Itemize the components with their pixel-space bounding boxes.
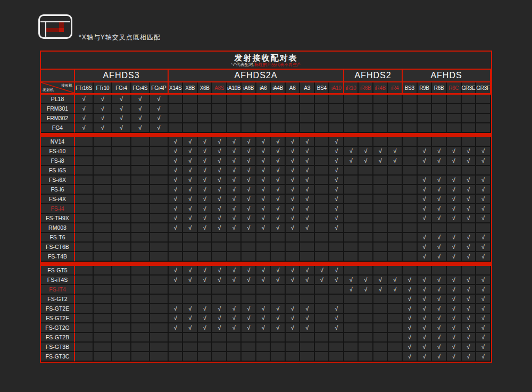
- empty-cell: [271, 333, 286, 343]
- check-cell: √: [212, 214, 227, 223]
- check-cell: √: [359, 285, 373, 295]
- check-cell: √: [198, 304, 213, 314]
- empty-cell: [112, 166, 131, 176]
- check-cell: √: [432, 285, 447, 295]
- check-cell: √: [198, 323, 213, 333]
- empty-cell: [359, 137, 373, 147]
- check-cell: √: [462, 276, 477, 285]
- empty-cell: [403, 123, 418, 133]
- check-cell: √: [150, 123, 169, 133]
- empty-cell: [373, 343, 388, 352]
- check-cell: √: [271, 195, 286, 204]
- empty-cell: [373, 223, 388, 233]
- check-cell: √: [242, 195, 256, 204]
- empty-cell: [256, 352, 271, 362]
- empty-cell: [75, 204, 94, 214]
- empty-cell: [94, 176, 112, 185]
- empty-cell: [242, 295, 256, 304]
- empty-cell: [75, 295, 94, 304]
- empty-cell: [315, 195, 330, 204]
- check-cell: √: [403, 304, 418, 314]
- empty-cell: [112, 195, 131, 204]
- check-cell: √: [256, 214, 271, 223]
- table-row: FS-i6X√√√√√√√√√√√√√√√√: [41, 176, 491, 185]
- empty-cell: [315, 95, 330, 104]
- empty-cell: [447, 95, 462, 104]
- empty-cell: [198, 104, 213, 114]
- check-cell: √: [242, 156, 256, 166]
- table-row: FS-GT2G√√√√√√√√√√√√√√√√√: [41, 323, 491, 333]
- empty-cell: [169, 114, 184, 123]
- check-cell: √: [198, 276, 213, 285]
- empty-cell: [388, 204, 403, 214]
- empty-cell: [112, 295, 131, 304]
- check-cell: √: [418, 176, 433, 185]
- check-cell: √: [476, 147, 491, 156]
- empty-cell: [227, 243, 242, 252]
- table-row: FS-TH9X√√√√√√√√√√√√√√√√: [41, 214, 491, 223]
- empty-cell: [131, 204, 150, 214]
- empty-cell: [131, 343, 150, 352]
- empty-cell: [94, 147, 112, 156]
- empty-cell: [112, 204, 131, 214]
- empty-cell: [286, 252, 301, 262]
- empty-cell: [373, 104, 388, 114]
- empty-cell: [227, 95, 242, 104]
- check-cell: √: [403, 295, 418, 304]
- check-cell: √: [447, 343, 462, 352]
- empty-cell: [94, 343, 112, 352]
- check-cell: √: [169, 147, 184, 156]
- table-row: FS-i6√√√√√√√√√√√√√√√√: [41, 185, 491, 195]
- empty-cell: [131, 195, 150, 204]
- empty-cell: [271, 95, 286, 104]
- empty-cell: [94, 156, 112, 166]
- empty-cell: [315, 233, 330, 243]
- check-cell: √: [198, 166, 213, 176]
- empty-cell: [476, 95, 491, 104]
- empty-cell: [462, 95, 477, 104]
- check-cell: √: [242, 276, 256, 285]
- corner-blank-cell: [41, 70, 75, 82]
- check-cell: √: [432, 333, 447, 343]
- check-cell: √: [476, 333, 491, 343]
- check-cell: √: [131, 104, 150, 114]
- empty-cell: [418, 114, 433, 123]
- group-header-row: AFHDS3AFHDS2AAFHDS2AFHDS: [41, 70, 491, 82]
- check-cell: √: [476, 285, 491, 295]
- check-cell: √: [329, 147, 344, 156]
- empty-cell: [388, 243, 403, 252]
- empty-cell: [212, 352, 227, 362]
- empty-cell: [94, 314, 112, 323]
- empty-cell: [315, 304, 330, 314]
- empty-cell: [329, 333, 344, 343]
- empty-cell: [242, 233, 256, 243]
- check-cell: √: [183, 266, 198, 276]
- empty-cell: [476, 123, 491, 133]
- table-body: PL18√√√√√FRM301√√√√√FRM302√√√√√FG4√√√√√N…: [41, 95, 491, 362]
- check-cell: √: [286, 156, 301, 166]
- check-cell: √: [329, 266, 344, 276]
- empty-cell: [300, 343, 315, 352]
- section-separator-band: [41, 133, 491, 137]
- empty-cell: [359, 123, 373, 133]
- check-cell: √: [315, 276, 330, 285]
- check-cell: √: [227, 195, 242, 204]
- empty-cell: [403, 223, 418, 233]
- check-cell: √: [447, 323, 462, 333]
- empty-cell: [94, 137, 112, 147]
- empty-cell: [75, 185, 94, 195]
- empty-cell: [403, 252, 418, 262]
- empty-cell: [418, 104, 433, 114]
- empty-cell: [131, 214, 150, 223]
- empty-cell: [198, 343, 213, 352]
- check-cell: √: [256, 166, 271, 176]
- column-header-x6b: X6B: [198, 82, 213, 93]
- row-label-fs-gt2g: FS-GT2G: [41, 323, 75, 333]
- check-cell: √: [271, 223, 286, 233]
- empty-cell: [359, 314, 373, 323]
- empty-cell: [169, 104, 184, 114]
- empty-cell: [286, 333, 301, 343]
- empty-cell: [315, 204, 330, 214]
- empty-cell: [300, 333, 315, 343]
- check-cell: √: [271, 185, 286, 195]
